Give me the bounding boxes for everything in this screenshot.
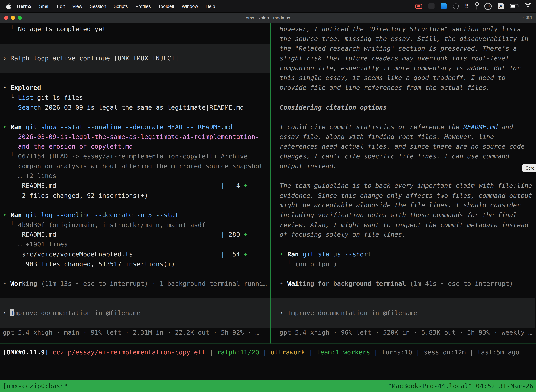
menu-item-edit[interactable]: Edit: [53, 4, 69, 9]
working-status-line: • Waiting for background terminal (1m 41…: [270, 279, 535, 289]
text-segment: README.md | 280: [3, 231, 244, 238]
terminal-line: might be acceptable alongside the file l…: [270, 201, 535, 210]
terminal-line: including verification notes with those …: [270, 210, 535, 220]
battery-icon[interactable]: [510, 4, 518, 8]
terminal-line: of focusing solely on file lines.: [270, 230, 535, 240]
text-segment: essay file, along with finding root file…: [280, 133, 494, 140]
text-segment: I could cite commit statistics or refere…: [280, 123, 463, 130]
text-segment: (11m 13s • esc to interrupt) · 1 backgro…: [37, 280, 267, 287]
model-status-line: gpt-5.4 xhigh · 96% left · 520K in · 5.8…: [270, 328, 535, 338]
terminal-line: references need actual files, and since …: [270, 142, 535, 152]
text-segment: output instead.: [280, 163, 337, 170]
input-source-icon[interactable]: A: [498, 3, 504, 9]
terminal-line: README.md | 4 +: [0, 181, 270, 191]
menu-item-session[interactable]: Session: [86, 4, 110, 9]
text-segment: and-the-erosion-of-copyleft.md: [18, 143, 133, 150]
window-title-bar[interactable]: omx --xhigh --madmax ⌥⌘1: [0, 13, 536, 23]
tmux-session-label: [omx-cczip0:bash*: [3, 382, 68, 389]
text-segment: Wor: [10, 280, 22, 287]
key-icon[interactable]: [475, 2, 478, 10]
screen-sharing-pill[interactable]: Scre: [522, 164, 536, 172]
text-segment: 4b9d30f (origin/main, instructkr/main, m…: [18, 221, 206, 228]
omx-status-line: [OMX#0.11.9] cczip/essay/ai-reimplementa…: [0, 348, 536, 357]
text-segment: companion file, especially if more comme…: [280, 65, 521, 72]
screen-recording-icon[interactable]: [415, 4, 422, 9]
prompt-input[interactable]: › Improve documentation in @filename: [270, 299, 535, 328]
app-icon-blue[interactable]: [441, 3, 447, 9]
text-segment: Ran: [10, 211, 26, 219]
terminal-line: src/voice/voiceModeEnabled.ts | 54 +: [0, 250, 270, 259]
terminal-line: └ List git ls-files: [0, 93, 270, 103]
text-segment: Ran: [10, 123, 26, 130]
terminal-line: this single essay, it seems like a good …: [270, 73, 535, 83]
terminal-line: However, I noticed the "Directory Struct…: [270, 24, 535, 34]
text-segment: No agents completed yet: [18, 25, 106, 33]
wifi-icon[interactable]: [524, 3, 531, 10]
text-segment: List: [18, 94, 34, 101]
text-segment: the "Related research writing" section i…: [280, 45, 517, 52]
text-segment: └: [3, 221, 18, 228]
text-segment: •: [280, 250, 287, 258]
app-icon-grid[interactable]: ⠛: [428, 3, 435, 9]
text-segment: mprove documentation in @filename: [14, 309, 140, 317]
menu-item-help[interactable]: Help: [202, 4, 219, 9]
text-segment: might be acceptable alongside the file l…: [280, 202, 521, 209]
app-icon-dark[interactable]: [453, 3, 459, 9]
tmux-status-bar: [omx-cczip0:bash* "MacBook-Pro-44.local"…: [0, 380, 536, 392]
tmux-panes: └ No agents completed yet› Ralph loop ac…: [0, 23, 536, 338]
text-segment: (1m 41s • esc to interrupt): [406, 280, 513, 287]
menu-item-view[interactable]: View: [69, 4, 86, 9]
model-status-line: gpt-5.4 xhigh · main · 91% left · 2.31M …: [0, 328, 270, 338]
menu-item-shell[interactable]: Shell: [35, 4, 53, 9]
menu-item-profiles[interactable]: Profiles: [132, 4, 154, 9]
terminal-line: and-the-erosion-of-copyleft.md: [0, 142, 270, 152]
terminal-line: • Ran git log --oneline --decorate -n 5 …: [0, 210, 270, 220]
text-segment: … +2 lines: [3, 172, 57, 179]
battery-percent-badge[interactable]: .61: [484, 3, 492, 10]
terminal-line: companion file, especially if more comme…: [270, 63, 535, 73]
window-title: omx --xhigh --madmax: [0, 15, 536, 20]
text-segment: ultrawork: [271, 349, 305, 356]
text-segment: •: [3, 123, 10, 130]
menu-item-window[interactable]: Window: [178, 4, 202, 9]
text-segment: slight risk that future readers may over…: [280, 55, 509, 62]
blank-line: [0, 34, 270, 44]
text-segment: gpt-5.4 xhigh · main · 91% left · 2.31M …: [3, 329, 259, 336]
text-segment: ›: [3, 309, 10, 317]
close-button[interactable]: [4, 16, 8, 20]
text-segment: gpt-5.4 xhigh · 96% left · 520K in · 5.8…: [280, 329, 532, 336]
menu-items: iTerm2ShellEditViewSessionScriptsProfile…: [13, 4, 219, 9]
terminal-line: companion analysis without altering the …: [0, 161, 270, 171]
terminal-line: └ (no output): [270, 259, 535, 269]
menu-item-scripts[interactable]: Scripts: [110, 4, 132, 9]
pane-right[interactable]: However, I noticed the "Directory Struct…: [270, 24, 535, 338]
menu-item-toolbelt[interactable]: Toolbelt: [154, 4, 178, 9]
text-segment: team:1 workers: [316, 349, 370, 356]
terminal-line: └ No agents completed yet: [0, 24, 270, 34]
terminal-line: 1903 files changed, 513517 insertions(+): [0, 259, 270, 269]
dots-grid-icon[interactable]: ⠿: [465, 3, 469, 9]
menu-bar: iTerm2ShellEditViewSessionScriptsProfile…: [0, 0, 536, 13]
apple-menu-icon[interactable]: [6, 3, 11, 9]
text-segment: Explored: [10, 84, 41, 91]
band-line: › Improve documentation in @filename: [270, 308, 535, 318]
text-segment: README.md: [463, 123, 498, 130]
text-segment: Ralph loop active continue [OMX_TMUX_INJ…: [10, 55, 179, 62]
text-segment: including verification notes with those …: [280, 211, 517, 219]
text-segment: git show --stat --oneline --decorate HEA…: [26, 123, 232, 130]
minimize-button[interactable]: [11, 16, 15, 20]
pane-left[interactable]: └ No agents completed yet› Ralph loop ac…: [0, 24, 270, 338]
text-segment: [3, 143, 18, 150]
text-segment: |: [305, 349, 316, 356]
menu-item-iterm2[interactable]: iTerm2: [13, 4, 35, 9]
zoom-button[interactable]: [18, 16, 22, 20]
text-segment: cczip/essay/ai-reimplementation-copyleft: [53, 349, 206, 356]
text-segment: 1903 files changed, 513517 insertions(+): [3, 260, 175, 267]
text-segment: 2 files changed, 92 insertions(+): [3, 192, 148, 199]
text-segment: [OMX#0.11.9]: [3, 349, 53, 356]
text-segment: this single essay, it seems like a good …: [280, 74, 505, 81]
thinking-heading: Considering citation options: [270, 103, 535, 112]
inject-banner: › Ralph loop active continue [OMX_TMUX_I…: [0, 44, 270, 73]
prompt-input[interactable]: › Improve documentation in @filename: [0, 299, 270, 328]
text-segment: •: [3, 84, 10, 91]
